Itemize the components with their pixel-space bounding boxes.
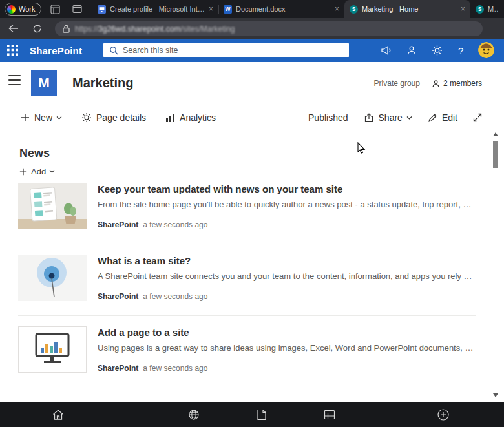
sharepoint-favicon: S [350,5,358,14]
lock-icon [63,25,70,33]
members-button[interactable]: 2 members [432,79,482,88]
add-label: Add [31,167,46,176]
tab-title: Document.docx [236,5,331,13]
news-item-title[interactable]: Add a page to a site [98,327,476,338]
url-path: /sites/Marketing [180,25,235,34]
site-logo[interactable]: M [31,70,57,96]
browser-tab-word[interactable]: W Document.docx × [218,0,344,18]
edit-button[interactable]: Edit [428,112,457,123]
sharepoint-favicon: S [476,5,484,14]
news-item-text: What is a team site? A SharePoint team s… [98,255,476,301]
mouse-cursor [357,142,366,154]
chevron-down-icon [49,170,55,173]
news-item-description: Using pages is a great way to share idea… [98,343,476,353]
back-icon[interactable] [8,24,19,33]
chevron-down-icon [56,116,62,120]
app-launcher-icon[interactable] [7,45,18,56]
sharepoint-brand[interactable]: SharePoint [30,45,82,56]
bar-chart-icon [165,113,175,123]
share-button[interactable]: Share [364,112,412,123]
browser-tab-partial[interactable]: S Mark [470,0,504,18]
news-item[interactable]: What is a team site? A SharePoint team s… [18,244,476,316]
browser-tab-marketing-active[interactable]: S Marketing - Home × [344,0,470,18]
refresh-icon[interactable] [32,24,42,34]
news-source: SharePoint [98,364,138,373]
tab-close-icon[interactable]: × [461,5,465,13]
globe-icon[interactable] [189,409,200,420]
browser-profile-button[interactable]: Work [5,3,41,16]
analytics-label: Analytics [180,112,216,123]
tab-actions-icon[interactable] [72,5,82,14]
tab-close-icon[interactable]: × [335,5,339,13]
pencil-icon [428,113,437,123]
scroll-down-arrow-icon[interactable] [493,393,498,397]
tab-close-icon[interactable]: × [209,5,213,13]
news-item-description: A SharePoint team site connects you and … [98,271,476,281]
people-icon[interactable] [406,45,417,56]
add-icon[interactable] [437,408,450,421]
scroll-up-arrow-icon[interactable] [493,132,498,136]
add-news-button[interactable]: Add [19,167,55,176]
document-icon[interactable] [257,409,266,420]
news-item[interactable]: Add a page to a site Using pages is a gr… [18,316,476,387]
browser-tab-strip: Work Create profile - Microsoft Intune ×… [0,0,504,18]
page-details-button[interactable]: Page details [81,112,146,123]
news-timestamp: a few seconds ago [143,292,207,301]
site-search[interactable] [103,43,349,57]
news-heading: News [19,147,50,160]
word-favicon: W [224,5,232,14]
search-input[interactable] [123,46,336,55]
news-thumbnail-monitor [18,326,87,373]
scrollbar-thumb[interactable] [493,141,498,168]
news-item-title[interactable]: What is a team site? [98,255,476,266]
expand-page-button[interactable] [473,113,482,122]
news-item[interactable]: Keep your team updated with news on your… [18,183,476,244]
news-thumbnail-circles [18,255,87,301]
news-list: Keep your team updated with news on your… [18,183,476,387]
browser-toolbar: https://3g26wd.sharepoint.com/sites/Mark… [0,18,504,39]
workspaces-icon[interactable] [50,5,60,14]
news-item-description: From the site home page you'll be able t… [98,200,476,209]
hamburger-menu-icon[interactable] [8,75,21,89]
profile-avatar[interactable] [478,42,494,58]
plus-icon [21,113,30,122]
members-count: 2 members [443,79,482,88]
page-details-label: Page details [96,112,146,123]
profile-avatar-icon [7,5,16,14]
news-item-meta: SharePoint a few seconds ago [98,220,476,229]
person-icon [432,79,440,88]
search-icon [109,46,118,55]
home-icon[interactable] [52,409,64,420]
page-scrollbar[interactable] [492,132,499,399]
edit-label: Edit [442,112,457,123]
analytics-button[interactable]: Analytics [165,112,216,123]
browser-tab-intune[interactable]: Create profile - Microsoft Intune × [92,0,218,18]
privacy-label: Private group [374,79,420,88]
news-item-title[interactable]: Keep your team updated with news on your… [98,183,476,194]
chevron-down-icon [406,116,412,120]
new-button[interactable]: New [21,112,62,123]
site-title: Marketing [72,76,133,90]
screen: { "browser": { "profile_label": "Work", … [0,0,504,427]
new-label: New [34,112,52,123]
page-details-gear-icon [81,112,92,123]
tab-title: Mark [488,5,499,13]
url-scheme: https:// [75,25,98,34]
news-timestamp: a few seconds ago [143,364,207,373]
help-icon[interactable]: ? [458,45,463,56]
url-text: https://3g26wd.sharepoint.com/sites/Mark… [75,25,235,34]
megaphone-icon[interactable] [381,45,392,56]
address-bar[interactable]: https://3g26wd.sharepoint.com/sites/Mark… [55,21,483,36]
tab-list: Create profile - Microsoft Intune × W Do… [92,0,504,18]
news-item-text: Add a page to a site Using pages is a gr… [98,326,476,373]
list-icon[interactable] [324,410,335,419]
url-host: 3g26wd.sharepoint.com [98,25,180,34]
news-item-text: Keep your team updated with news on your… [98,183,476,229]
share-label: Share [379,112,403,123]
settings-gear-icon[interactable] [432,45,443,56]
intune-favicon [98,5,106,14]
news-timestamp: a few seconds ago [143,220,207,229]
sharepoint-suite-bar: SharePoint ? [0,39,504,62]
site-header-meta: Private group 2 members [374,79,482,88]
plus-icon [19,168,27,176]
